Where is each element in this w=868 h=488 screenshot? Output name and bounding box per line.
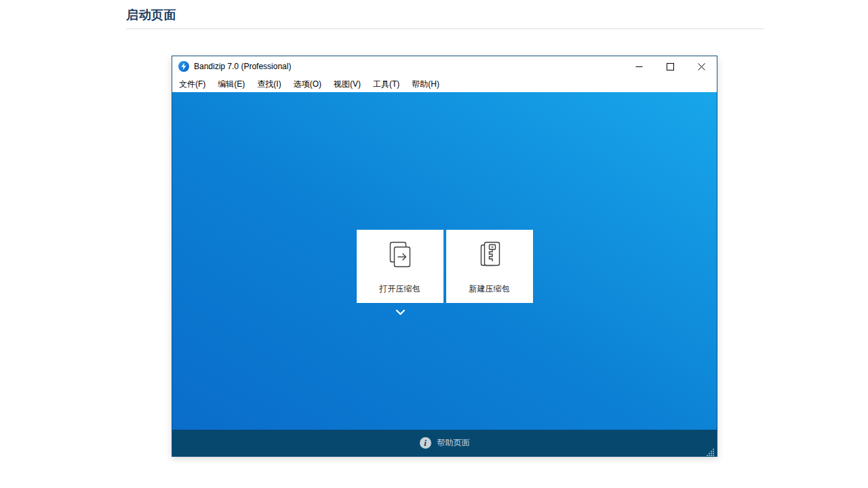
close-icon (698, 63, 705, 70)
menu-find[interactable]: 查找(I) (251, 77, 287, 92)
start-page-background: 打开压缩包 新建压缩包 (172, 92, 717, 430)
start-actions: 打开压缩包 新建压缩包 (357, 230, 533, 303)
menu-tools[interactable]: 工具(T) (367, 77, 406, 92)
menu-view[interactable]: 视图(V) (328, 77, 367, 92)
menu-options[interactable]: 选项(O) (288, 77, 328, 92)
bandizip-logo-icon (178, 61, 189, 72)
window-titlebar[interactable]: Bandizip 7.0 (Professional) (172, 56, 717, 77)
open-archive-icon (384, 239, 416, 276)
bandizip-window: Bandizip 7.0 (Professional) 文件(F) 编辑(E) (172, 56, 717, 457)
help-page-button[interactable]: i 帮助页面 (420, 437, 470, 449)
chevron-down-icon[interactable] (395, 306, 406, 313)
status-bar: i 帮助页面 (172, 430, 717, 456)
resize-grip-icon[interactable] (707, 447, 714, 454)
minimize-icon (635, 63, 643, 70)
info-icon: i (420, 437, 431, 449)
menu-edit[interactable]: 编辑(E) (212, 77, 251, 92)
title-divider (126, 28, 764, 29)
menu-file[interactable]: 文件(F) (173, 77, 212, 92)
menu-help[interactable]: 帮助(H) (406, 77, 446, 92)
page-title: 启动页面 (126, 7, 176, 23)
new-archive-card[interactable]: 新建压缩包 (446, 230, 533, 303)
minimize-button[interactable] (623, 56, 654, 77)
maximize-icon (667, 63, 674, 70)
menu-bar: 文件(F) 编辑(E) 查找(I) 选项(O) 视图(V) 工具(T) 帮助(H… (172, 77, 717, 92)
open-archive-card[interactable]: 打开压缩包 (357, 230, 443, 303)
close-button[interactable] (686, 56, 717, 77)
window-title: Bandizip 7.0 (Professional) (194, 62, 291, 71)
new-archive-label: 新建压缩包 (469, 283, 510, 295)
open-archive-label: 打开压缩包 (380, 283, 420, 295)
maximize-button[interactable] (654, 56, 686, 77)
new-archive-icon (474, 239, 505, 276)
window-controls (623, 56, 717, 77)
help-page-label: 帮助页面 (437, 437, 470, 449)
